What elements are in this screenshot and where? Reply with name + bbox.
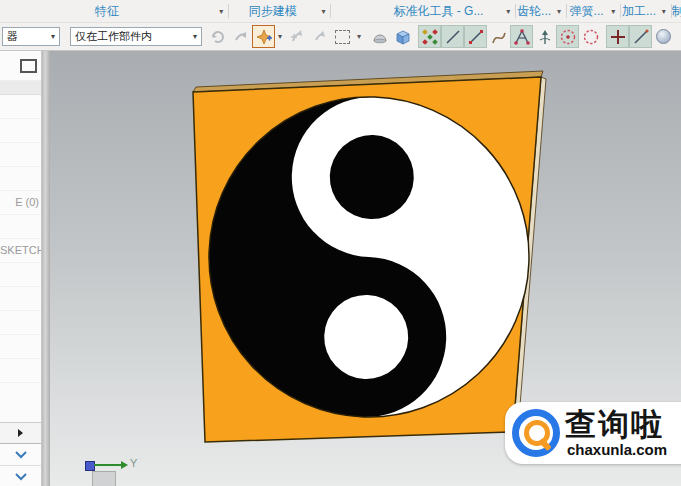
y-axis-arrow: [94, 464, 122, 466]
expand-right-icon: [18, 429, 23, 437]
tab-label: 特征: [0, 3, 214, 20]
selection-filter-combo[interactable]: 器 ▾: [2, 27, 60, 46]
tab-gear[interactable]: 齿轮... ▾: [516, 0, 566, 22]
tab-spring[interactable]: 弹簧... ▾: [567, 0, 620, 22]
y-axis-arrowhead: [121, 461, 128, 469]
line-2-icon[interactable]: [629, 25, 652, 48]
nx-app-window: 特征 ▾ 同步建模 ▾ 标准化工具 - G... ▾ 齿轮... ▾ 弹簧...…: [0, 0, 681, 486]
art-spline-icon[interactable]: [510, 25, 533, 48]
magnifier-logo-icon: [512, 409, 560, 457]
coordinate-triad: Y: [80, 455, 150, 486]
panel-header: [0, 51, 41, 81]
navigator-row[interactable]: [0, 263, 41, 287]
y-axis-label: Y: [130, 457, 137, 469]
combo-value: 仅在工作部件内: [75, 29, 152, 44]
panel-resize-sash[interactable]: [42, 51, 50, 486]
circle-center-icon[interactable]: [556, 25, 579, 48]
navigator-row[interactable]: [0, 311, 41, 335]
chevron-down-icon: ▾: [189, 32, 201, 41]
navigator-row-sketch[interactable]: SKETCH: [0, 239, 41, 263]
row-label: SKETCH: [0, 244, 41, 256]
navigator-row[interactable]: [0, 335, 41, 359]
chevron-down-icon[interactable]: ▾: [316, 7, 330, 16]
point-icon[interactable]: [606, 25, 629, 48]
tab-label: 齿轮...: [516, 3, 552, 20]
pattern-points-icon[interactable]: [418, 25, 441, 48]
chevron-down-icon[interactable]: ▾: [657, 7, 671, 16]
selection-scope-combo[interactable]: 仅在工作部件内 ▾: [70, 27, 202, 46]
tab-synchronous-modeling[interactable]: 同步建模 ▾: [229, 0, 330, 22]
magnifier-handle: [538, 438, 551, 451]
chevron-down-icon: [14, 450, 28, 459]
navigator-row[interactable]: [0, 95, 41, 119]
chevron-down-icon[interactable]: ▾: [214, 7, 228, 16]
chevron-down-icon[interactable]: ▾: [354, 32, 364, 41]
navigator-row[interactable]: [0, 287, 41, 311]
origin-handle[interactable]: [85, 461, 95, 471]
line-endpoints-icon[interactable]: [464, 25, 487, 48]
spline-icon[interactable]: [487, 25, 510, 48]
separator: [330, 4, 331, 18]
tab-label: 制: [672, 3, 681, 20]
scroll-right-row[interactable]: [0, 422, 41, 444]
watermark-url: chaxunla.com: [567, 441, 667, 458]
part-navigator-panel: E (0) SKETCH: [0, 51, 42, 486]
navigator-row[interactable]: [0, 143, 41, 167]
watermark-title: 查询啦: [565, 404, 664, 446]
tab-machining[interactable]: 加工... ▾: [621, 0, 671, 22]
chevron-down-icon[interactable]: ▾: [552, 7, 566, 16]
chevron-down-icon[interactable]: ▾: [275, 32, 285, 41]
nudge-arrow-icon[interactable]: [229, 25, 252, 48]
row-label: E (0): [15, 196, 39, 208]
studio-spline-icon[interactable]: [533, 25, 556, 48]
marquee-select-icon[interactable]: [331, 25, 354, 48]
window-box-icon[interactable]: [20, 59, 37, 73]
tab-standard-tools[interactable]: 标准化工具 - G... ▾: [375, 0, 515, 22]
combo-value: 器: [7, 29, 18, 44]
tab-label: 标准化工具 - G...: [375, 3, 501, 20]
watermark-badge: 查询啦 chaxunla.com: [505, 402, 681, 464]
navigator-row[interactable]: [0, 359, 41, 383]
chevron-down-icon: ▾: [47, 32, 59, 41]
sphere-icon[interactable]: [652, 25, 675, 48]
snap-point-active-icon[interactable]: [252, 25, 275, 48]
block-cube-icon[interactable]: [391, 25, 414, 48]
move-object-icon[interactable]: [285, 25, 308, 48]
tab-features[interactable]: 特征 ▾: [0, 0, 228, 22]
navigator-row[interactable]: [0, 167, 41, 191]
ribbon-tab-row: 特征 ▾ 同步建模 ▾ 标准化工具 - G... ▾ 齿轮... ▾ 弹簧...…: [0, 0, 681, 23]
tab-clipped[interactable]: 制: [672, 0, 681, 22]
chevron-down-icon[interactable]: ▾: [501, 7, 515, 16]
graphics-viewport[interactable]: Y 查询啦 chaxunla.com: [50, 51, 681, 486]
navigator-row-cameras[interactable]: E (0): [0, 191, 41, 215]
collapsed-group-1[interactable]: [0, 444, 41, 466]
panel-column-header: [0, 81, 41, 95]
line-icon[interactable]: [441, 25, 464, 48]
tab-label: 弹簧...: [567, 3, 606, 20]
copy-object-icon[interactable]: [308, 25, 331, 48]
tab-label: 加工...: [621, 3, 657, 20]
sync-rotate-icon[interactable]: [206, 25, 229, 48]
tab-label: 同步建模: [229, 3, 316, 20]
circle-icon[interactable]: [579, 25, 602, 48]
datum-slab: [92, 471, 116, 486]
selection-toolbar: 器 ▾ 仅在工作部件内 ▾ ▾ ▾: [0, 23, 681, 51]
chevron-down-icon[interactable]: ▾: [606, 7, 620, 16]
navigator-row[interactable]: [0, 383, 41, 422]
navigator-row[interactable]: [0, 119, 41, 143]
dome-icon[interactable]: [368, 25, 391, 48]
collapsed-group-2[interactable]: [0, 466, 41, 486]
navigator-row[interactable]: [0, 215, 41, 239]
chevron-down-icon: [14, 472, 28, 481]
